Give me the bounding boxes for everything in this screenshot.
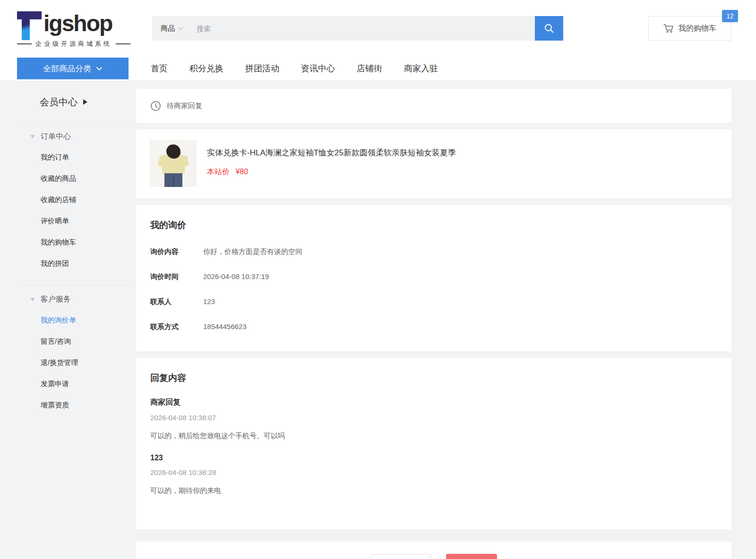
my-inquiry-card: 我的询价 询价内容 你好，价格方面是否有谈的空间 询价时间 2026-04-08… bbox=[136, 205, 731, 351]
sidebar-section-label: 订单中心 bbox=[41, 132, 71, 142]
product-title[interactable]: 实体兑换卡-HLA海澜之家短袖T恤女25新款圆领柔软亲肤短袖女装夏季 bbox=[207, 147, 456, 158]
sidebar: 会员中心 订单中心 我的订单 收藏的商品 收藏的店铺 评价晒单 我的购物车 我的… bbox=[17, 80, 130, 416]
reply-item-user: 123 2026-04-08 10:38:28 可以的，期待你的来电 bbox=[150, 454, 717, 495]
inquiry-row-time: 询价时间 2026-04-08 10:37:19 bbox=[150, 272, 717, 281]
cart-count-badge: 12 bbox=[722, 10, 738, 22]
inquiry-row-label: 询价内容 bbox=[150, 247, 203, 256]
nav-item-shops[interactable]: 店铺街 bbox=[346, 63, 393, 74]
nav-bar: 全部商品分类 首页 积分兑换 拼团活动 资讯中心 店铺街 商家入驻 bbox=[0, 57, 756, 80]
logo-t-icon bbox=[17, 8, 43, 39]
logo-tagline-text: 企业级开源商城系统 bbox=[35, 40, 112, 48]
nav-item-groupbuy[interactable]: 拼团活动 bbox=[234, 63, 290, 74]
cart-button[interactable]: 我的购物车 bbox=[648, 16, 731, 41]
actions-bar: 删除询价单 回复商家 bbox=[136, 542, 731, 559]
reply-timestamp: 2026-04-08 10:38:28 bbox=[150, 468, 717, 476]
inquiry-row-label: 联系人 bbox=[150, 297, 203, 306]
inquiry-row-content: 询价内容 你好，价格方面是否有谈的空间 bbox=[150, 247, 717, 256]
reply-item-merchant: 商家回复 2026-04-08 10:38:07 可以的，稍后给您致电这个手机号… bbox=[150, 398, 717, 440]
reply-content-card: 回复内容 商家回复 2026-04-08 10:38:07 可以的，稍后给您致电… bbox=[136, 358, 731, 529]
search-category-label: 商品 bbox=[161, 24, 175, 33]
sidebar-section-customer-service[interactable]: 客户服务 bbox=[17, 289, 130, 310]
reply-author: 123 bbox=[150, 454, 717, 462]
search-button[interactable] bbox=[535, 16, 563, 41]
all-categories-label: 全部商品分类 bbox=[43, 63, 91, 74]
logo-brand-text: igshop bbox=[43, 8, 112, 39]
nav-item-home[interactable]: 首页 bbox=[140, 63, 179, 74]
product-price: 本站价 ¥80 bbox=[207, 167, 456, 177]
sidebar-item-invoice-request[interactable]: 发票申请 bbox=[17, 373, 130, 395]
divider bbox=[17, 122, 130, 122]
inquiry-section-title: 我的询价 bbox=[150, 219, 717, 231]
logo[interactable]: igshop 企业级开源商城系统 bbox=[17, 8, 130, 48]
all-categories-button[interactable]: 全部商品分类 bbox=[17, 58, 129, 79]
search-bar: 商品 bbox=[152, 16, 563, 41]
chevron-down-icon bbox=[178, 27, 183, 30]
reply-timestamp: 2026-04-08 10:38:07 bbox=[150, 414, 717, 422]
price-label: 本站价 bbox=[207, 168, 230, 176]
sidebar-section-label: 客户服务 bbox=[41, 295, 71, 305]
cart-icon bbox=[663, 24, 674, 33]
sidebar-item-favorite-products[interactable]: 收藏的商品 bbox=[17, 168, 130, 189]
product-card: 实体兑换卡-HLA海澜之家短袖T恤女25新款圆领柔软亲肤短袖女装夏季 本站价 ¥… bbox=[136, 129, 731, 198]
search-icon bbox=[543, 23, 555, 34]
sidebar-item-reviews[interactable]: 评价晒单 bbox=[17, 211, 130, 232]
sidebar-item-my-orders[interactable]: 我的订单 bbox=[17, 147, 130, 168]
inquiry-row-label: 联系方式 bbox=[150, 322, 203, 331]
nav-links: 首页 积分兑换 拼团活动 资讯中心 店铺街 商家入驻 bbox=[140, 63, 449, 74]
search-input[interactable] bbox=[190, 16, 535, 41]
sidebar-title-member-center[interactable]: 会员中心 bbox=[17, 93, 130, 111]
logo-tagline: 企业级开源商城系统 bbox=[17, 40, 130, 48]
sidebar-item-my-inquiries[interactable]: 我的询价单 bbox=[17, 310, 130, 331]
arrow-right-icon bbox=[83, 99, 87, 105]
sidebar-item-favorite-shops[interactable]: 收藏的店铺 bbox=[17, 189, 130, 211]
nav-item-merchant-join[interactable]: 商家入驻 bbox=[393, 63, 449, 74]
cart-label: 我的购物车 bbox=[679, 24, 716, 34]
sidebar-item-my-cart[interactable]: 我的购物车 bbox=[17, 232, 130, 253]
inquiry-row-value: 你好，价格方面是否有谈的空间 bbox=[203, 247, 302, 256]
chevron-down-icon bbox=[96, 67, 103, 71]
nav-item-news[interactable]: 资讯中心 bbox=[290, 63, 346, 74]
inquiry-row-label: 询价时间 bbox=[150, 272, 203, 281]
nav-item-points[interactable]: 积分兑换 bbox=[179, 63, 234, 74]
divider bbox=[17, 285, 130, 285]
sidebar-item-messages[interactable]: 留言/咨询 bbox=[17, 331, 130, 352]
main-content: 待商家回复 实体兑换卡-HLA海澜之家短袖T恤女25新款圆领柔软亲肤短袖女装夏季… bbox=[136, 80, 731, 559]
inquiry-row-contact-phone: 联系方式 18544456623 bbox=[150, 322, 717, 331]
search-category-select[interactable]: 商品 bbox=[152, 24, 190, 33]
product-info: 实体兑换卡-HLA海澜之家短袖T恤女25新款圆领柔软亲肤短袖女装夏季 本站价 ¥… bbox=[207, 140, 456, 188]
cart-wrap: 我的购物车 12 bbox=[648, 16, 731, 41]
inquiry-status-card: 待商家回复 bbox=[136, 89, 731, 123]
inquiry-row-value: 18544456623 bbox=[203, 322, 247, 330]
inquiry-row-contact-name: 联系人 123 bbox=[150, 297, 717, 306]
sidebar-item-vat-qualification[interactable]: 增票资质 bbox=[17, 395, 130, 416]
reply-text: 可以的，期待你的来电 bbox=[150, 486, 717, 495]
triangle-down-icon bbox=[30, 298, 35, 301]
clock-icon bbox=[150, 101, 161, 111]
inquiry-row-value: 2026-04-08 10:37:19 bbox=[203, 272, 269, 280]
sidebar-title-label: 会员中心 bbox=[40, 96, 77, 109]
reply-section-title: 回复内容 bbox=[150, 372, 717, 384]
reply-merchant-button[interactable]: 回复商家 bbox=[446, 554, 497, 559]
inquiry-row-value: 123 bbox=[203, 297, 215, 305]
reply-author: 商家回复 bbox=[150, 398, 717, 407]
price-value: ¥80 bbox=[235, 168, 248, 176]
status-text: 待商家回复 bbox=[167, 102, 202, 110]
sidebar-item-returns[interactable]: 退/换货管理 bbox=[17, 352, 130, 373]
triangle-down-icon bbox=[30, 135, 35, 138]
reply-text: 可以的，稍后给您致电这个手机号。可以吗 bbox=[150, 432, 717, 440]
sidebar-section-order-center[interactable]: 订单中心 bbox=[17, 126, 130, 147]
logo-mark-row: igshop bbox=[17, 8, 130, 39]
delete-inquiry-button[interactable]: 删除询价单 bbox=[371, 554, 431, 559]
sidebar-item-my-groupbuy[interactable]: 我的拼团 bbox=[17, 253, 130, 274]
header-bar: igshop 企业级开源商城系统 商品 bbox=[0, 0, 756, 57]
product-image[interactable] bbox=[149, 140, 197, 187]
